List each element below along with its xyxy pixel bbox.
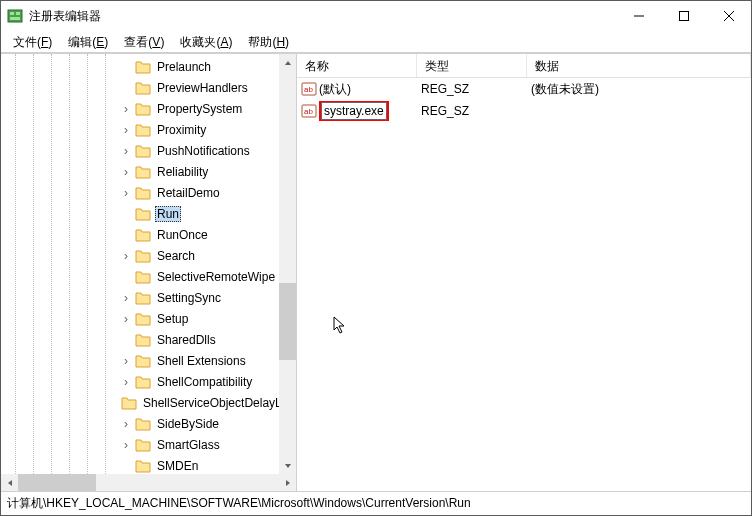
- tree-item[interactable]: ›ShellCompatibility: [1, 371, 279, 392]
- folder-icon: [135, 291, 151, 305]
- scroll-right-icon[interactable]: [279, 474, 296, 491]
- rename-input[interactable]: systray.exe: [321, 102, 387, 120]
- tree-view[interactable]: PrelaunchPreviewHandlers›PropertySystem›…: [1, 54, 279, 474]
- expand-icon[interactable]: ›: [119, 165, 133, 179]
- tree-item-label: PreviewHandlers: [155, 81, 250, 95]
- folder-icon: [135, 333, 151, 347]
- folder-icon: [135, 81, 151, 95]
- list-pane: 名称 类型 数据 ab(默认)REG_SZ(数值未设置)absystray.ex…: [297, 54, 751, 491]
- expand-icon[interactable]: ›: [119, 291, 133, 305]
- status-path: 计算机\HKEY_LOCAL_MACHINE\SOFTWARE\Microsof…: [7, 495, 471, 512]
- tree-item[interactable]: ›SmartGlass: [1, 434, 279, 455]
- menu-favorites[interactable]: 收藏夹(A): [172, 31, 240, 53]
- value-type: REG_SZ: [421, 104, 469, 118]
- folder-icon: [135, 165, 151, 179]
- folder-icon: [135, 375, 151, 389]
- tree-item-label: RetailDemo: [155, 186, 222, 200]
- minimize-button[interactable]: [616, 1, 661, 31]
- close-button[interactable]: [706, 1, 751, 31]
- folder-icon: [135, 312, 151, 326]
- col-data[interactable]: 数据: [527, 54, 751, 77]
- maximize-button[interactable]: [661, 1, 706, 31]
- menu-file[interactable]: 文件(F): [5, 31, 60, 53]
- svg-rect-0: [8, 10, 22, 22]
- tree-item[interactable]: ›Reliability: [1, 161, 279, 182]
- scroll-thumb[interactable]: [18, 474, 96, 491]
- list-header: 名称 类型 数据: [297, 54, 751, 78]
- tree-item[interactable]: RunOnce: [1, 224, 279, 245]
- tree-item[interactable]: ›PropertySystem: [1, 98, 279, 119]
- value-data: (数值未设置): [531, 81, 599, 98]
- tree-item-label: Proximity: [155, 123, 208, 137]
- svg-rect-3: [10, 17, 20, 20]
- tree-item[interactable]: ShellServiceObjectDelayLoad: [1, 392, 279, 413]
- tree-item-label: PushNotifications: [155, 144, 252, 158]
- expand-icon[interactable]: ›: [119, 123, 133, 137]
- tree-vscroll[interactable]: [279, 54, 296, 474]
- folder-icon: [135, 207, 151, 221]
- tree-item[interactable]: ›Shell Extensions: [1, 350, 279, 371]
- expand-icon[interactable]: ›: [119, 438, 133, 452]
- statusbar: 计算机\HKEY_LOCAL_MACHINE\SOFTWARE\Microsof…: [1, 491, 751, 515]
- tree-item[interactable]: SharedDlls: [1, 329, 279, 350]
- tree-item[interactable]: ›PushNotifications: [1, 140, 279, 161]
- expand-icon[interactable]: ›: [119, 102, 133, 116]
- tree-item[interactable]: ›SettingSync: [1, 287, 279, 308]
- tree-item[interactable]: SMDEn: [1, 455, 279, 474]
- tree-hscroll[interactable]: [1, 474, 296, 491]
- scroll-thumb[interactable]: [279, 283, 296, 360]
- scroll-down-icon[interactable]: [279, 457, 296, 474]
- menu-view[interactable]: 查看(V): [116, 31, 172, 53]
- scroll-track[interactable]: [279, 71, 296, 457]
- tree-item[interactable]: ›Setup: [1, 308, 279, 329]
- tree-item-label: ShellServiceObjectDelayLoad: [141, 396, 279, 410]
- menu-edit[interactable]: 编辑(E): [60, 31, 116, 53]
- list-row[interactable]: absystray.exeREG_SZ: [297, 100, 751, 122]
- svg-text:ab: ab: [304, 107, 313, 116]
- tree-item[interactable]: PreviewHandlers: [1, 77, 279, 98]
- scroll-up-icon[interactable]: [279, 54, 296, 71]
- folder-icon: [135, 102, 151, 116]
- menu-help[interactable]: 帮助(H): [240, 31, 297, 53]
- folder-icon: [135, 438, 151, 452]
- tree-item-label: Search: [155, 249, 197, 263]
- svg-rect-1: [10, 12, 14, 15]
- content: PrelaunchPreviewHandlers›PropertySystem›…: [1, 53, 751, 491]
- tree-item-label: SharedDlls: [155, 333, 218, 347]
- expand-icon[interactable]: ›: [119, 144, 133, 158]
- folder-icon: [135, 249, 151, 263]
- tree-item[interactable]: SelectiveRemoteWipe: [1, 266, 279, 287]
- tree-item-label: ShellCompatibility: [155, 375, 254, 389]
- tree-item-label: RunOnce: [155, 228, 210, 242]
- regedit-icon: [7, 8, 23, 24]
- window-controls: [616, 1, 751, 31]
- tree-item[interactable]: Run: [1, 203, 279, 224]
- tree-item-label: Run: [155, 206, 181, 222]
- tree-item-label: SettingSync: [155, 291, 223, 305]
- tree-item[interactable]: ›RetailDemo: [1, 182, 279, 203]
- col-type[interactable]: 类型: [417, 54, 527, 77]
- folder-icon: [135, 123, 151, 137]
- tree-item[interactable]: ›SideBySide: [1, 413, 279, 434]
- expand-icon[interactable]: ›: [119, 354, 133, 368]
- expand-icon[interactable]: ›: [119, 312, 133, 326]
- tree-item[interactable]: Prelaunch: [1, 56, 279, 77]
- expand-icon[interactable]: ›: [119, 375, 133, 389]
- scroll-track[interactable]: [18, 474, 279, 491]
- list-row[interactable]: ab(默认)REG_SZ(数值未设置): [297, 78, 751, 100]
- value-name: (默认): [319, 81, 351, 98]
- col-name[interactable]: 名称: [297, 54, 417, 77]
- expand-icon[interactable]: ›: [119, 417, 133, 431]
- expand-icon[interactable]: ›: [119, 186, 133, 200]
- titlebar[interactable]: 注册表编辑器: [1, 1, 751, 31]
- reg-string-icon: ab: [301, 81, 317, 97]
- tree-item[interactable]: ›Proximity: [1, 119, 279, 140]
- folder-icon: [135, 186, 151, 200]
- tree-item-label: Setup: [155, 312, 190, 326]
- tree-item[interactable]: ›Search: [1, 245, 279, 266]
- list-view[interactable]: ab(默认)REG_SZ(数值未设置)absystray.exeREG_SZ: [297, 78, 751, 491]
- folder-icon: [135, 354, 151, 368]
- scroll-left-icon[interactable]: [1, 474, 18, 491]
- expand-icon[interactable]: ›: [119, 249, 133, 263]
- tree-item-label: SelectiveRemoteWipe: [155, 270, 277, 284]
